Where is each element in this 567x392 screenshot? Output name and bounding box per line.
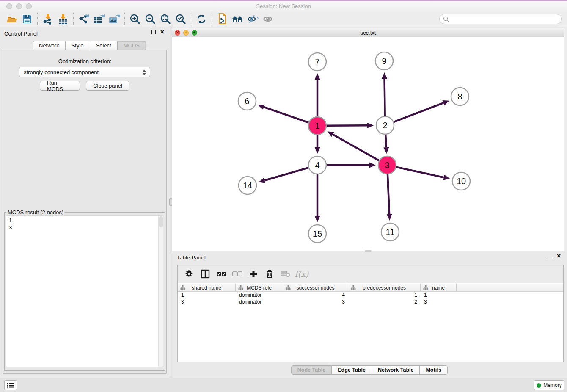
eye-slash-icon	[247, 14, 259, 24]
table-toolbar: f(x)	[178, 265, 563, 283]
export-image-icon	[108, 14, 120, 25]
tab-style[interactable]: Style	[66, 41, 90, 50]
node-label-7: 7	[315, 57, 319, 66]
add-column-button[interactable]	[246, 267, 261, 281]
toolbar-separator	[191, 13, 191, 25]
arrowhead-icon	[442, 100, 449, 105]
home-button[interactable]	[230, 13, 245, 25]
column-header-MCDS-role[interactable]: MCDS role	[236, 284, 283, 292]
export-image-button[interactable]	[107, 13, 122, 25]
columns-icon	[201, 269, 210, 279]
show-graphics-details-button[interactable]	[260, 13, 275, 25]
table-cell[interactable]: 3	[421, 299, 457, 306]
zoom-fit-button[interactable]	[158, 13, 173, 25]
float-panel-icon[interactable]	[548, 254, 552, 258]
tab-node-table[interactable]: Node Table	[291, 365, 332, 375]
edge-2-3[interactable]	[385, 135, 386, 147]
export-table-button[interactable]	[91, 13, 107, 25]
hierarchy-icon	[351, 285, 356, 290]
search-box[interactable]	[439, 14, 562, 24]
column-header-name[interactable]: name	[421, 284, 457, 292]
show-columns-button[interactable]	[198, 267, 212, 281]
import-table-button[interactable]	[55, 13, 71, 25]
edge-3-10[interactable]	[396, 167, 443, 177]
network-graph[interactable]: 7968124314101511	[172, 37, 564, 251]
export-network-button[interactable]	[76, 13, 91, 25]
table-cell[interactable]: 1	[348, 292, 421, 299]
zoom-selected-icon	[175, 14, 186, 25]
table-cell[interactable]: 1	[421, 292, 457, 299]
zoom-fit-icon	[160, 14, 171, 25]
memory-status-icon	[537, 383, 541, 388]
tab-select[interactable]: Select	[90, 41, 118, 50]
delete-table-button	[278, 267, 293, 281]
edge-1-2[interactable]	[327, 125, 367, 126]
criterion-value: strongly connected component	[24, 69, 99, 75]
table-row[interactable]: 3dominator323	[178, 299, 563, 306]
open-session-button[interactable]	[4, 13, 19, 25]
table-rows[interactable]: 1dominator4113dominator323	[178, 292, 563, 306]
toolbar-separator	[37, 13, 38, 25]
delete-column-button[interactable]	[262, 267, 277, 281]
edge-3-1[interactable]	[333, 135, 379, 161]
edge-1-6[interactable]	[264, 107, 309, 123]
gear-icon	[184, 269, 194, 279]
deselect-all-rows-button[interactable]	[230, 267, 245, 281]
table-panel-title: Table Panel	[177, 254, 206, 261]
mcds-result-legend: MCDS result (2 nodes)	[6, 209, 65, 215]
mcds-result-area[interactable]: 13	[6, 215, 163, 367]
table-cell[interactable]: 2	[348, 299, 421, 306]
import-network-icon	[42, 14, 53, 25]
zoom-out-button[interactable]	[143, 13, 158, 25]
import-network-button[interactable]	[40, 13, 55, 25]
tab-network-table[interactable]: Network Table	[372, 365, 420, 375]
scrollbar-thumb[interactable]	[159, 216, 163, 227]
node-label-10: 10	[457, 177, 466, 186]
refresh-icon	[196, 14, 207, 25]
node-label-2: 2	[383, 121, 387, 130]
folder-open-icon	[6, 14, 17, 25]
plus-icon	[249, 270, 258, 278]
node-label-3: 3	[385, 160, 389, 170]
tab-mcds[interactable]: MCDS	[118, 41, 146, 50]
zoom-in-button[interactable]	[127, 13, 143, 25]
search-input[interactable]	[449, 16, 555, 22]
close-panel-button[interactable]: Close panel	[86, 81, 129, 91]
network-document-button[interactable]	[215, 13, 230, 25]
close-panel-icon[interactable]: ✕	[160, 30, 165, 34]
control-panel-controls: ✕	[151, 30, 165, 34]
table-cell[interactable]: 4	[283, 292, 348, 299]
select-all-rows-button[interactable]	[214, 267, 228, 281]
table-panel: Table Panel ✕	[172, 252, 567, 378]
task-history-button[interactable]	[4, 380, 17, 390]
table-settings-button[interactable]	[182, 267, 196, 281]
criterion-dropdown[interactable]: strongly connected component	[19, 67, 150, 77]
result-scrollbar[interactable]	[158, 216, 163, 367]
column-header-predecessor-nodes[interactable]: predecessor nodes	[348, 284, 421, 292]
memory-button[interactable]: Memory	[534, 380, 564, 390]
column-header-shared-name[interactable]: shared name	[178, 284, 236, 292]
table-cell[interactable]: 1	[178, 292, 236, 299]
edge-2-9[interactable]	[385, 79, 385, 116]
table-row[interactable]: 1dominator411	[178, 292, 563, 299]
hierarchy-icon	[238, 285, 243, 290]
table-cell[interactable]: 3	[178, 299, 236, 306]
table-cell[interactable]: dominator	[236, 292, 283, 299]
table-cell[interactable]: 3	[283, 299, 348, 306]
edge-2-8[interactable]	[394, 103, 443, 122]
tab-network[interactable]: Network	[33, 41, 66, 50]
refresh-button[interactable]	[194, 13, 209, 25]
table-header-row[interactable]: shared nameMCDS rolesuccessor nodesprede…	[178, 284, 563, 292]
table-cell[interactable]: dominator	[236, 299, 283, 306]
hide-graphics-details-button[interactable]	[245, 13, 260, 25]
zoom-selected-button[interactable]	[173, 13, 188, 25]
float-panel-icon[interactable]	[151, 30, 156, 34]
tab-motifs[interactable]: Motifs	[420, 365, 448, 375]
tab-edge-table[interactable]: Edge Table	[332, 365, 372, 375]
save-session-button[interactable]	[19, 13, 35, 25]
close-panel-icon[interactable]: ✕	[556, 254, 561, 258]
edge-3-11[interactable]	[388, 174, 389, 214]
edge-4-14[interactable]	[264, 168, 308, 180]
run-mcds-button[interactable]: Run MCDS	[40, 81, 80, 91]
column-header-successor-nodes[interactable]: successor nodes	[283, 284, 348, 292]
